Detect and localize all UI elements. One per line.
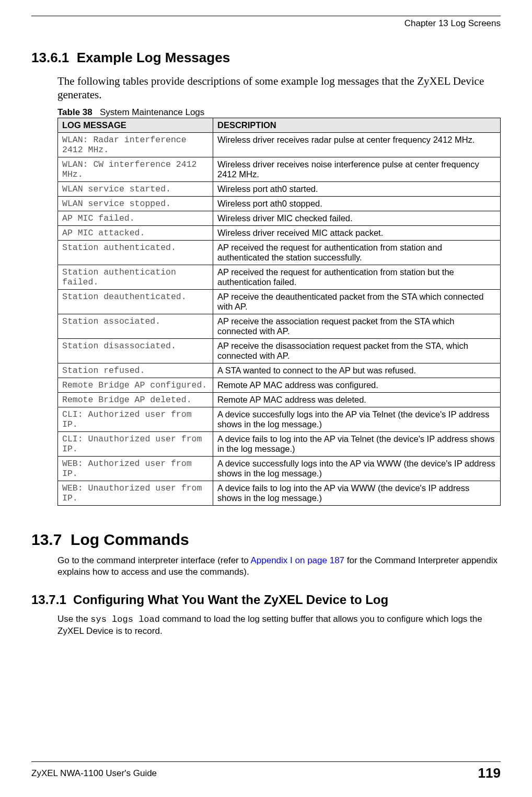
section-number: 13.7.1: [31, 593, 66, 607]
log-message-cell: Remote Bridge AP configured.: [58, 378, 213, 392]
log-message-cell: Station authentication failed.: [58, 265, 213, 289]
log-message-cell: Station associated.: [58, 314, 213, 338]
log-message-cell: WLAN service stopped.: [58, 196, 213, 211]
log-message-cell: Station disassociated.: [58, 338, 213, 363]
description-cell: AP receive the disassociation request pa…: [213, 338, 501, 363]
table-row: Station authenticated.AP received the re…: [58, 240, 501, 265]
description-cell: A device fails to log into the AP via Te…: [213, 431, 501, 456]
description-cell: A STA wanted to connect to the AP but wa…: [213, 363, 501, 378]
footer-guide-name: ZyXEL NWA-1100 User's Guide: [31, 768, 157, 779]
section-13-7-heading: 13.7 Log Commands: [31, 531, 501, 549]
log-message-cell: WLAN: CW interference 2412 MHz.: [58, 157, 213, 181]
table-row: Station deauthenticated.AP receive the d…: [58, 289, 501, 314]
section-13-7-text: Go to the command interpreter interface …: [57, 555, 501, 578]
table-header-log-message: LOG MESSAGE: [58, 118, 213, 132]
log-message-cell: Remote Bridge AP deleted.: [58, 392, 213, 407]
log-message-cell: WLAN: Radar interference 2412 MHz.: [58, 132, 213, 157]
table-row: Remote Bridge AP deleted.Remote AP MAC a…: [58, 392, 501, 407]
table-row: WEB: Authorized user from IP.A device su…: [58, 456, 501, 481]
table-row: CLI: Unauthorized user from IP.A device …: [58, 431, 501, 456]
description-cell: AP received the request for authenticati…: [213, 240, 501, 265]
table-row: WLAN service stopped.Wireless port ath0 …: [58, 196, 501, 211]
description-cell: AP receive the association request packe…: [213, 314, 501, 338]
table-row: WEB: Unauthorized user from IP.A device …: [58, 481, 501, 505]
table-row: WLAN: CW interference 2412 MHz.Wireless …: [58, 157, 501, 181]
table-row: Station refused.A STA wanted to connect …: [58, 363, 501, 378]
section-title: Example Log Messages: [77, 50, 230, 65]
log-message-cell: CLI: Authorized user from IP.: [58, 407, 213, 431]
description-cell: Wireless driver receives noise interfere…: [213, 157, 501, 181]
description-cell: Wireless port ath0 stopped.: [213, 196, 501, 211]
system-maintenance-logs-table: LOG MESSAGE DESCRIPTION WLAN: Radar inte…: [57, 118, 501, 506]
text-pre: Go to the command interpreter interface …: [57, 555, 250, 565]
table-row: AP MIC failed.Wireless driver MIC checke…: [58, 211, 501, 225]
table-row: Station authentication failed.AP receive…: [58, 265, 501, 289]
log-message-cell: Station authenticated.: [58, 240, 213, 265]
table-row: AP MIC attacked.Wireless driver received…: [58, 225, 501, 240]
log-message-cell: Station refused.: [58, 363, 213, 378]
table-header-description: DESCRIPTION: [213, 118, 501, 132]
description-cell: Wireless driver received MIC attack pack…: [213, 225, 501, 240]
section-13-6-1-heading: 13.6.1 Example Log Messages: [31, 50, 501, 66]
table-row: Remote Bridge AP configured.Remote AP MA…: [58, 378, 501, 392]
log-message-cell: CLI: Unauthorized user from IP.: [58, 431, 213, 456]
log-message-cell: WEB: Authorized user from IP.: [58, 456, 213, 481]
text-pre: Use the: [57, 614, 90, 624]
description-cell: A device succesfully logs into the AP vi…: [213, 407, 501, 431]
table-caption-text: System Maintenance Logs: [100, 107, 204, 117]
command-code: sys logs load: [90, 614, 160, 624]
description-cell: Remote AP MAC address was configured.: [213, 378, 501, 392]
description-cell: Wireless driver receives radar pulse at …: [213, 132, 501, 157]
table-row: WLAN: Radar interference 2412 MHz.Wirele…: [58, 132, 501, 157]
table-caption: Table 38 System Maintenance Logs: [57, 107, 501, 118]
section-intro: The following tables provide description…: [57, 74, 501, 102]
page-number: 119: [478, 765, 501, 781]
log-message-cell: Station deauthenticated.: [58, 289, 213, 314]
description-cell: A device successfully logs into the AP v…: [213, 456, 501, 481]
section-title: Configuring What You Want the ZyXEL Devi…: [73, 593, 388, 607]
table-row: Station disassociated.AP receive the dis…: [58, 338, 501, 363]
log-message-cell: AP MIC attacked.: [58, 225, 213, 240]
description-cell: A device fails to log into the AP via WW…: [213, 481, 501, 505]
description-cell: AP received the request for authenticati…: [213, 265, 501, 289]
table-row: CLI: Authorized user from IP.A device su…: [58, 407, 501, 431]
log-message-cell: AP MIC failed.: [58, 211, 213, 225]
log-message-cell: WLAN service started.: [58, 181, 213, 196]
description-cell: Wireless driver MIC checked failed.: [213, 211, 501, 225]
section-number: 13.6.1: [31, 50, 69, 65]
description-cell: AP receive the deauthenticated packet fr…: [213, 289, 501, 314]
table-row: Station associated.AP receive the associ…: [58, 314, 501, 338]
description-cell: Remote AP MAC address was deleted.: [213, 392, 501, 407]
description-cell: Wireless port ath0 started.: [213, 181, 501, 196]
log-message-cell: WEB: Unauthorized user from IP.: [58, 481, 213, 505]
section-number: 13.7: [31, 531, 62, 548]
section-13-7-1-text: Use the sys logs load command to load th…: [57, 613, 501, 637]
section-title: Log Commands: [71, 531, 189, 548]
section-13-7-1-heading: 13.7.1 Configuring What You Want the ZyX…: [31, 593, 501, 607]
table-caption-label: Table 38: [57, 107, 92, 117]
appendix-link[interactable]: Appendix I on page 187: [250, 555, 344, 565]
table-row: WLAN service started.Wireless port ath0 …: [58, 181, 501, 196]
chapter-header: Chapter 13 Log Screens: [31, 18, 501, 29]
